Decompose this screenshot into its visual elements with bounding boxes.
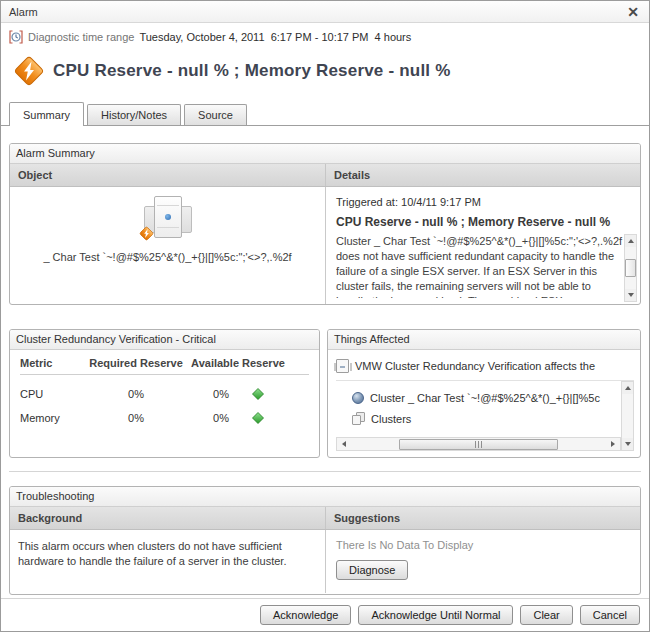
metric-name: CPU xyxy=(20,388,82,400)
diagnose-button[interactable]: Diagnose xyxy=(336,560,408,580)
metric-name: Memory xyxy=(20,412,82,424)
object-column-header: Object xyxy=(10,164,326,186)
clusters-icon xyxy=(352,412,365,425)
suggestions-column-header: Suggestions xyxy=(326,507,640,529)
rule-text: VMW Cluster Redundancy Verification affe… xyxy=(355,360,595,372)
triggered-at: Triggered at: 10/4/11 9:17 PM xyxy=(336,196,637,208)
scroll-down-icon[interactable] xyxy=(625,289,636,301)
scroll-left-icon[interactable] xyxy=(337,438,351,450)
scroll-up-icon[interactable] xyxy=(622,382,633,394)
scroll-up-icon[interactable] xyxy=(625,235,636,247)
things-affected-panel: Things Affected VMW Cluster Redundancy V… xyxy=(327,329,641,458)
rule-icon xyxy=(336,359,349,373)
redundancy-panel: Cluster Redundancy Verification - Critic… xyxy=(9,329,320,458)
required-reserve: 0% xyxy=(82,388,190,400)
no-data-text: There Is No Data To Display xyxy=(336,539,632,551)
tab-source[interactable]: Source xyxy=(184,104,247,125)
column-header-metric: Metric xyxy=(20,357,82,374)
object-cell: _ Char Test `~!@#$%25^&*()_+{}|[]%5c:";'… xyxy=(10,187,326,304)
available-reserve: 0% xyxy=(190,412,252,424)
column-header-required: Required Reserve xyxy=(82,357,190,374)
alarm-summary-column-headers: Object Details xyxy=(10,164,640,187)
footer-button-bar: Acknowledge Acknowledge Until Normal Cle… xyxy=(1,598,649,631)
background-text: This alarm occurs when clusters do not h… xyxy=(10,530,326,593)
tab-bar: Summary History/Notes Source xyxy=(1,101,649,126)
tab-label: Source xyxy=(198,109,233,121)
scroll-right-icon[interactable] xyxy=(606,438,620,450)
alarm-summary-title: Alarm Summary xyxy=(10,144,640,164)
clear-button[interactable]: Clear xyxy=(520,605,572,625)
required-reserve: 0% xyxy=(82,412,190,424)
list-item-label: Clusters xyxy=(371,413,411,425)
list-item-label: Cluster _ Char Test `~!@#$%25^&*()_+{}|[… xyxy=(370,392,600,404)
table-row-memory: Memory 0% 0% xyxy=(20,406,309,430)
title-bar: Alarm ✕ xyxy=(1,1,649,23)
alarm-warning-icon xyxy=(13,55,45,87)
details-column-header: Details xyxy=(326,164,640,186)
cancel-button[interactable]: Cancel xyxy=(580,605,640,625)
tab-history-notes[interactable]: History/Notes xyxy=(87,104,181,125)
status-normal-icon xyxy=(252,412,264,424)
scroll-thumb[interactable] xyxy=(625,259,636,277)
details-body: Cluster _ Char Test `~!@#$%25^&*()_+{}|[… xyxy=(336,234,624,298)
alarm-summary-body: _ Char Test `~!@#$%25^&*()_+{}|[]%5c:";'… xyxy=(10,187,640,304)
status-normal-icon xyxy=(252,388,264,400)
page-title: CPU Reserve - null % ; Memory Reserve - … xyxy=(53,61,451,81)
troubleshooting-panel: Troubleshooting Background Suggestions T… xyxy=(9,486,641,595)
redundancy-table: Metric Required Reserve Available Reserv… xyxy=(10,350,319,430)
suggestions-cell: There Is No Data To Display Diagnose xyxy=(326,530,640,593)
time-range-value: Tuesday, October 4, 2011 6:17 PM - 10:17… xyxy=(139,31,411,43)
alarm-dialog: Alarm ✕ Diagnostic time range Tuesday, O… xyxy=(0,0,650,632)
close-icon[interactable]: ✕ xyxy=(627,5,639,19)
cluster-object-icon xyxy=(142,195,194,241)
things-affected-title: Things Affected xyxy=(328,330,640,350)
acknowledge-button[interactable]: Acknowledge xyxy=(260,605,351,625)
timer-icon xyxy=(9,30,23,44)
alarm-summary-panel: Alarm Summary Object Details _ Char Test… xyxy=(9,143,641,305)
scroll-down-icon[interactable] xyxy=(622,438,633,450)
details-cell: Triggered at: 10/4/11 9:17 PM CPU Reserv… xyxy=(326,187,640,304)
rule-row: VMW Cluster Redundancy Verification affe… xyxy=(336,354,634,380)
affected-list: Cluster _ Char Test `~!@#$%25^&*()_+{}|[… xyxy=(336,380,634,451)
alarm-badge-icon xyxy=(139,226,154,241)
vertical-scrollbar[interactable] xyxy=(621,381,634,451)
list-item-clusters[interactable]: Clusters xyxy=(352,408,621,429)
globe-icon xyxy=(352,392,364,404)
background-column-header: Background xyxy=(10,507,326,529)
tab-label: Summary xyxy=(23,109,70,121)
available-reserve: 0% xyxy=(190,388,252,400)
details-scrollbar[interactable] xyxy=(624,234,637,302)
troubleshooting-title: Troubleshooting xyxy=(10,487,640,507)
redundancy-title: Cluster Redundancy Verification - Critic… xyxy=(10,330,319,350)
time-range-label: Diagnostic time range xyxy=(28,31,134,43)
table-row-cpu: CPU 0% 0% xyxy=(20,382,309,406)
column-header-available: Available Reserve xyxy=(190,357,286,374)
list-item-cluster[interactable]: Cluster _ Char Test `~!@#$%25^&*()_+{}|[… xyxy=(352,387,621,408)
tab-summary[interactable]: Summary xyxy=(9,102,84,126)
diagnostic-time-range: Diagnostic time range Tuesday, October 4… xyxy=(9,29,649,45)
alarm-heading: CPU Reserve - null % ; Memory Reserve - … xyxy=(13,53,649,89)
window-title: Alarm xyxy=(9,6,38,18)
hscroll-thumb[interactable] xyxy=(399,439,557,450)
horizontal-scrollbar[interactable] xyxy=(336,437,621,451)
acknowledge-until-normal-button[interactable]: Acknowledge Until Normal xyxy=(358,605,513,625)
section-divider xyxy=(9,471,641,472)
details-title: CPU Reserve - null % ; Memory Reserve - … xyxy=(336,215,637,229)
tab-label: History/Notes xyxy=(101,109,167,121)
middle-row: Cluster Redundancy Verification - Critic… xyxy=(9,329,641,458)
object-name: _ Char Test `~!@#$%25^&*()_+{}|[]%5c:";'… xyxy=(43,251,291,263)
